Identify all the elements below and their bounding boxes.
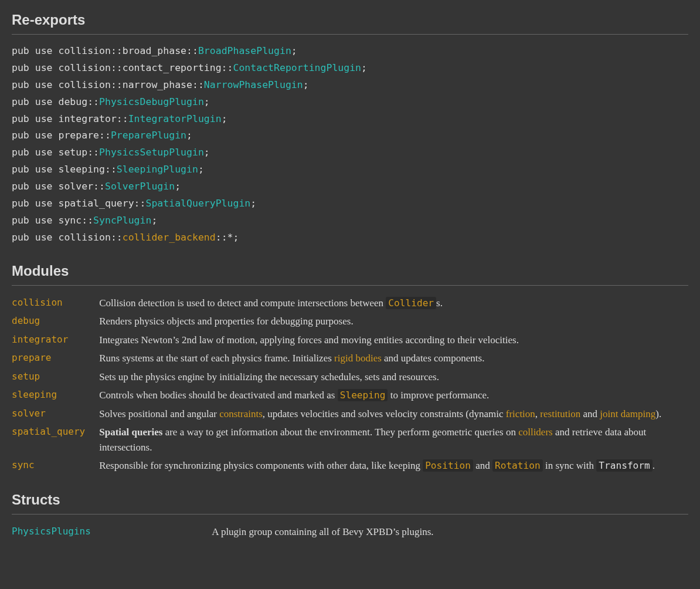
reexport-line: pub use sleeping::SleepingPlugin; [12, 161, 688, 178]
item-desc-cell: Collision detection is used to detect an… [99, 294, 688, 313]
reexport-prefix: pub use spatial_query:: [12, 198, 145, 209]
reexport-prefix: pub use collision::contact_reporting:: [12, 62, 233, 73]
item-desc-cell: Runs systems at the start of each physic… [99, 349, 688, 368]
doc-content: Re-exports pub use collision::broad_phas… [0, 0, 700, 558]
desc-text: . [653, 460, 655, 471]
table-row: syncResponsible for synchronizing physic… [12, 456, 688, 475]
table-row: sleepingControls when bodies should be d… [12, 386, 688, 405]
reexport-suffix: ; [303, 79, 309, 90]
desc-text: Sets up the physics engine by initializi… [99, 371, 439, 382]
reexport-suffix: ; [361, 62, 367, 73]
desc-text: are a way to get information about the e… [162, 426, 518, 438]
item-name-cell: prepare [12, 349, 99, 368]
struct-link[interactable]: PhysicsDebugPlugin [99, 96, 204, 107]
item-name-cell: solver [12, 405, 99, 424]
desc-link[interactable]: friction [506, 408, 535, 419]
reexport-suffix: ; [222, 113, 227, 124]
desc-code[interactable]: Transform [596, 459, 652, 472]
reexport-line: pub use collision::contact_reporting::Co… [12, 60, 688, 77]
module-link[interactable]: setup [12, 371, 40, 382]
table-row: debugRenders physics objects and propert… [12, 312, 688, 331]
desc-text: ). [655, 408, 661, 419]
reexport-line: pub use setup::PhysicsSetupPlugin; [12, 144, 688, 161]
reexport-prefix: pub use sleeping:: [12, 164, 117, 175]
desc-text: Runs systems at the start of each physic… [99, 353, 334, 364]
item-desc-cell: Spatial queries are a way to get informa… [99, 423, 688, 456]
item-name-cell: collision [12, 294, 99, 313]
reexport-line: pub use solver::SolverPlugin; [12, 178, 688, 195]
desc-text: and [580, 408, 600, 419]
struct-link[interactable]: SleepingPlugin [117, 164, 198, 175]
struct-link[interactable]: PreparePlugin [111, 130, 186, 141]
table-row: prepareRuns systems at the start of each… [12, 349, 688, 368]
struct-link[interactable]: SyncPlugin [93, 215, 151, 226]
reexport-line: pub use collision::broad_phase::BroadPha… [12, 43, 688, 60]
desc-text: and updates components. [382, 353, 485, 364]
module-link[interactable]: collision [12, 297, 63, 308]
desc-text: to improve performance. [388, 390, 489, 401]
module-link[interactable]: integrator [12, 334, 68, 345]
module-link[interactable]: sync [12, 459, 35, 470]
item-name-cell: debug [12, 312, 99, 331]
desc-text: Controls when bodies should be deactivat… [99, 390, 337, 401]
struct-link[interactable]: SolverPlugin [105, 181, 175, 192]
struct-link[interactable]: ContactReportingPlugin [233, 62, 362, 73]
reexport-prefix: pub use prepare:: [12, 130, 111, 141]
reexport-suffix: ; [175, 181, 181, 192]
reexport-line: pub use integrator::IntegratorPlugin; [12, 111, 688, 128]
struct-link[interactable]: PhysicsPlugins [12, 526, 91, 537]
reexport-suffix: ; [204, 96, 210, 107]
reexport-suffix: ::*; [216, 232, 239, 243]
reexports-header[interactable]: Re-exports [12, 9, 688, 35]
module-link[interactable]: sleeping [12, 389, 57, 400]
reexport-suffix: ; [250, 198, 256, 209]
desc-link[interactable]: constraints [219, 408, 263, 419]
reexport-line: pub use prepare::PreparePlugin; [12, 127, 688, 144]
modules-header[interactable]: Modules [12, 260, 688, 286]
desc-text: in sync with [543, 460, 597, 471]
desc-text: , updates velocities and solves velocity… [263, 408, 506, 419]
module-link[interactable]: spatial_query [12, 426, 85, 437]
item-desc-cell: A plugin group containing all of Bevy XP… [212, 523, 688, 541]
reexport-suffix: ; [204, 147, 210, 158]
desc-text: Responsible for synchronizing physics co… [99, 460, 423, 471]
table-row: spatial_querySpatial queries are a way t… [12, 423, 688, 456]
structs-header[interactable]: Structs [12, 489, 688, 514]
reexport-prefix: pub use sync:: [12, 215, 93, 226]
module-link[interactable]: prepare [12, 352, 51, 363]
module-link[interactable]: solver [12, 408, 46, 419]
reexport-prefix: pub use collision::narrow_phase:: [12, 79, 204, 90]
module-link[interactable]: collider_backend [123, 232, 216, 243]
reexport-prefix: pub use collision:: [12, 232, 123, 243]
item-desc-cell: Responsible for synchronizing physics co… [99, 456, 688, 475]
reexport-suffix: ; [151, 215, 157, 226]
struct-link[interactable]: BroadPhasePlugin [198, 45, 291, 56]
desc-link[interactable]: joint damping [600, 408, 655, 419]
desc-link[interactable]: restitution [540, 408, 580, 419]
module-link[interactable]: debug [12, 315, 40, 326]
desc-text: Renders physics objects and properties f… [99, 316, 353, 327]
desc-link[interactable]: rigid bodies [334, 353, 382, 364]
struct-link[interactable]: PhysicsSetupPlugin [99, 147, 204, 158]
struct-link[interactable]: SpatialQueryPlugin [145, 198, 250, 209]
item-name-cell: sync [12, 456, 99, 475]
desc-text: A plugin group containing all of Bevy XP… [212, 526, 433, 537]
desc-code[interactable]: Collider [386, 297, 436, 309]
desc-link[interactable]: colliders [518, 426, 553, 438]
table-row: integratorIntegrates Newton’s 2nd law of… [12, 331, 688, 350]
desc-code[interactable]: Rotation [492, 459, 543, 472]
reexport-prefix: pub use solver:: [12, 181, 105, 192]
table-row: solverSolves positional and angular cons… [12, 405, 688, 424]
item-desc-cell: Controls when bodies should be deactivat… [99, 386, 688, 405]
desc-code[interactable]: Position [423, 459, 473, 472]
desc-code[interactable]: Sleeping [338, 389, 388, 401]
item-desc-cell: Integrates Newton’s 2nd law of motion, a… [99, 331, 688, 350]
struct-link[interactable]: IntegratorPlugin [128, 113, 222, 124]
desc-text: Integrates Newton’s 2nd law of motion, a… [99, 334, 519, 346]
item-name-cell: integrator [12, 331, 99, 350]
desc-bold: Spatial queries [99, 426, 162, 438]
struct-link[interactable]: NarrowPhasePlugin [204, 79, 303, 90]
reexport-prefix: pub use debug:: [12, 96, 99, 107]
reexports-block: pub use collision::broad_phase::BroadPha… [12, 43, 688, 246]
desc-text: Collision detection is used to detect an… [99, 297, 386, 309]
